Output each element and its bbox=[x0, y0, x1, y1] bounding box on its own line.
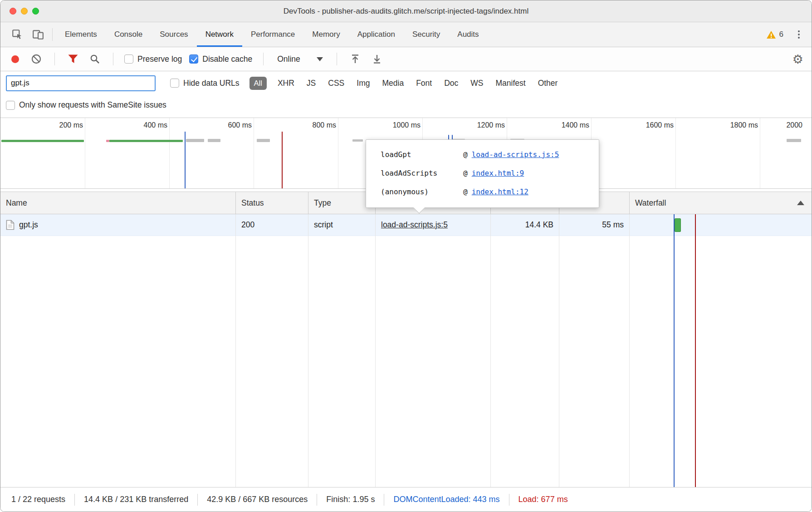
tab-network[interactable]: Network bbox=[197, 22, 242, 47]
clear-button[interactable] bbox=[29, 54, 44, 64]
divider bbox=[54, 53, 55, 65]
samesite-row: Only show requests with SameSite issues bbox=[0, 95, 812, 115]
device-toolbar-button[interactable] bbox=[28, 22, 49, 47]
filter-type-all[interactable]: All bbox=[249, 77, 267, 90]
filter-type-list: XHR JS CSS Img Media Font Doc WS Manifes… bbox=[278, 79, 558, 88]
request-name-cell[interactable]: gpt.js bbox=[0, 214, 236, 236]
tick-label: 1600 ms bbox=[592, 121, 674, 129]
hide-data-urls-checkbox[interactable]: Hide data URLs bbox=[170, 79, 240, 88]
gridline bbox=[169, 118, 170, 188]
filter-type-other[interactable]: Other bbox=[538, 79, 558, 88]
tick-label: 2000 bbox=[786, 121, 802, 129]
tab-sources[interactable]: Sources bbox=[151, 22, 196, 47]
tab-application[interactable]: Application bbox=[349, 22, 404, 47]
settings-button[interactable]: ⚙ bbox=[792, 53, 803, 65]
domcontentloaded-time: DOMContentLoaded: 443 ms bbox=[393, 495, 499, 504]
column-header-name[interactable]: Name bbox=[0, 192, 236, 214]
tab-elements[interactable]: Elements bbox=[56, 22, 106, 47]
gridline bbox=[85, 118, 85, 188]
request-name: gpt.js bbox=[19, 220, 38, 230]
warning-icon bbox=[766, 30, 776, 39]
column-header-status[interactable]: Status bbox=[236, 192, 308, 214]
stack-frame: loadGpt @ load-ad-scripts.js:5 bbox=[381, 145, 599, 164]
divider bbox=[263, 53, 264, 65]
export-har-button[interactable] bbox=[348, 54, 362, 64]
filter-type-manifest[interactable]: Manifest bbox=[495, 79, 525, 88]
column-separator bbox=[375, 214, 376, 487]
filter-input[interactable] bbox=[6, 75, 156, 91]
source-link[interactable]: index.html:9 bbox=[472, 164, 524, 182]
stack-frame: (anonymous) @ index.html:12 bbox=[381, 182, 599, 201]
load-line bbox=[282, 132, 283, 188]
function-name: loadGpt bbox=[381, 145, 463, 164]
filter-type-img[interactable]: Img bbox=[357, 79, 370, 88]
search-button[interactable] bbox=[88, 54, 102, 64]
funnel-icon bbox=[68, 54, 78, 64]
import-har-button[interactable] bbox=[370, 54, 384, 64]
more-options-button[interactable] bbox=[795, 28, 802, 41]
load-line bbox=[695, 214, 696, 487]
load-time: Load: 677 ms bbox=[519, 495, 568, 504]
function-name: (anonymous) bbox=[381, 182, 463, 201]
devtools-tab-bar: Elements Console Sources Network Perform… bbox=[0, 22, 812, 47]
request-initiator-cell: load-ad-scripts.js:5 bbox=[376, 214, 491, 236]
download-icon bbox=[372, 54, 382, 64]
source-link[interactable]: load-ad-scripts.js:5 bbox=[472, 145, 559, 164]
request-type-cell: script bbox=[308, 214, 376, 236]
clear-icon bbox=[31, 54, 42, 64]
overview-bar bbox=[186, 139, 204, 142]
sort-ascending-icon bbox=[797, 201, 804, 205]
disable-cache-label: Disable cache bbox=[202, 54, 252, 64]
document-icon bbox=[6, 220, 15, 230]
network-filter-bar: Hide data URLs All XHR JS CSS Img Media … bbox=[0, 71, 812, 95]
filter-type-media[interactable]: Media bbox=[382, 79, 404, 88]
source-link[interactable]: index.html:12 bbox=[472, 182, 528, 201]
network-status-bar: 1 / 22 requests 14.4 KB / 231 KB transfe… bbox=[0, 487, 812, 512]
tick-label: 1800 ms bbox=[676, 121, 758, 129]
tab-performance[interactable]: Performance bbox=[242, 22, 303, 47]
table-row[interactable]: gpt.js 200 script load-ad-scripts.js:5 1… bbox=[0, 214, 812, 236]
throttling-value: Online bbox=[277, 54, 300, 64]
divider bbox=[113, 53, 113, 65]
disable-cache-checkbox[interactable]: Disable cache bbox=[189, 54, 252, 64]
tab-console[interactable]: Console bbox=[106, 22, 151, 47]
filter-type-js[interactable]: JS bbox=[307, 79, 316, 88]
divider bbox=[317, 494, 317, 506]
title-bar: DevTools - publisher-ads-audits.glitch.m… bbox=[0, 0, 812, 22]
divider bbox=[52, 28, 53, 41]
tab-security[interactable]: Security bbox=[404, 22, 449, 47]
checkbox-unchecked bbox=[124, 54, 133, 64]
inspect-element-button[interactable] bbox=[7, 22, 28, 47]
filter-type-xhr[interactable]: XHR bbox=[278, 79, 294, 88]
overview-bar bbox=[109, 140, 183, 142]
gridline bbox=[254, 118, 254, 188]
filter-toggle-button[interactable] bbox=[66, 54, 80, 64]
checkbox-checked bbox=[189, 54, 198, 64]
checkbox-unchecked bbox=[170, 79, 179, 88]
filter-type-ws[interactable]: WS bbox=[470, 79, 483, 88]
zoom-button[interactable] bbox=[32, 8, 39, 15]
tick-label: 800 ms bbox=[254, 121, 336, 129]
close-button[interactable] bbox=[10, 8, 16, 15]
samesite-checkbox[interactable]: Only show requests with SameSite issues bbox=[6, 100, 166, 110]
minimize-button[interactable] bbox=[21, 8, 28, 15]
filter-type-css[interactable]: CSS bbox=[328, 79, 344, 88]
record-button[interactable] bbox=[11, 55, 19, 63]
filter-type-font[interactable]: Font bbox=[416, 79, 432, 88]
initiator-link[interactable]: load-ad-scripts.js:5 bbox=[381, 220, 448, 230]
throttling-select[interactable]: Online bbox=[274, 54, 326, 64]
overview-bar bbox=[787, 139, 801, 142]
tab-audits[interactable]: Audits bbox=[449, 22, 487, 47]
column-header-waterfall[interactable]: Waterfall bbox=[630, 192, 812, 214]
overview-bar bbox=[352, 139, 363, 142]
finish-time: Finish: 1.95 s bbox=[326, 495, 375, 504]
filter-type-doc[interactable]: Doc bbox=[444, 79, 458, 88]
tick-label: 1200 ms bbox=[423, 121, 505, 129]
preserve-log-checkbox[interactable]: Preserve log bbox=[124, 54, 182, 64]
waterfall-bar[interactable] bbox=[675, 218, 681, 232]
tab-memory[interactable]: Memory bbox=[303, 22, 348, 47]
console-warnings-button[interactable]: 6 bbox=[766, 30, 783, 39]
stack-frame: loadAdScripts @ index.html:9 bbox=[381, 164, 599, 182]
samesite-label: Only show requests with SameSite issues bbox=[19, 100, 166, 110]
divider bbox=[197, 494, 198, 506]
